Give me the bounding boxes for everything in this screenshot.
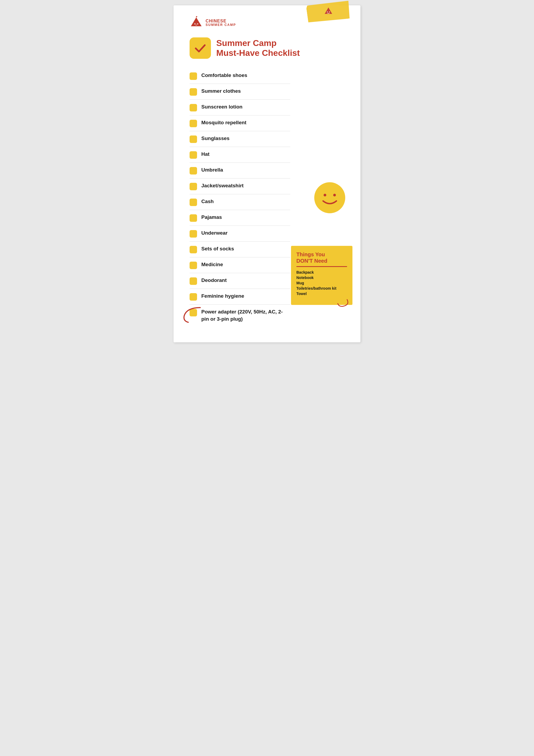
svg-marker-9 [196, 16, 198, 17]
checkbox[interactable] [190, 293, 197, 301]
checkbox[interactable] [190, 183, 197, 190]
svg-point-10 [314, 182, 345, 213]
item-label: Deodorant [201, 277, 227, 284]
item-label: Summer clothes [201, 88, 241, 95]
list-item[interactable]: Sunglasses [190, 131, 290, 147]
checklist: Comfortable shoes Summer clothes Sunscre… [190, 68, 290, 326]
checkmark-box [190, 38, 211, 59]
header-section: Summer Camp Must-Have Checklist [190, 38, 344, 59]
list-item[interactable]: Mosquito repellent [190, 116, 290, 131]
checkbox[interactable] [190, 120, 197, 127]
dont-need-box: Things You DON'T Need BackpackNotebookMu… [291, 246, 352, 305]
checkbox[interactable] [190, 214, 197, 222]
checkbox[interactable] [190, 151, 197, 159]
item-label: Pajamas [201, 214, 222, 221]
list-item[interactable]: Feminine hygiene [190, 289, 290, 305]
dont-need-item: Notebook [296, 276, 347, 280]
item-label: Comfortable shoes [201, 72, 247, 79]
svg-point-7 [197, 23, 198, 24]
list-item[interactable]: Cash [190, 194, 290, 210]
list-item[interactable]: Summer clothes [190, 84, 290, 100]
item-label: Medicine [201, 261, 223, 268]
checkbox[interactable] [190, 104, 197, 111]
dont-need-divider [296, 266, 347, 267]
dont-need-item: Mug [296, 281, 347, 285]
curl-icon [336, 298, 350, 308]
item-label: Mosquito repellent [201, 119, 246, 126]
checkbox[interactable] [190, 167, 197, 175]
checkbox[interactable] [190, 199, 197, 206]
curl-bottom-left-icon [182, 305, 206, 326]
item-label: Jacket/sweatshirt [201, 182, 243, 189]
item-label: Umbrella [201, 167, 223, 174]
item-label: Cash [201, 198, 214, 205]
list-item[interactable]: Sets of socks [190, 242, 290, 257]
item-label: Power adapter (220V, 50Hz, AC, 2-pin or … [201, 309, 290, 323]
list-item[interactable]: Underwear [190, 226, 290, 242]
list-item[interactable]: Hat [190, 147, 290, 163]
dont-need-title: Things You DON'T Need [296, 251, 347, 264]
checkbox[interactable] [190, 277, 197, 285]
list-item[interactable]: Jacket/sweatshirt [190, 178, 290, 194]
logo-chinese: CHINESE [206, 19, 236, 23]
checkmark-icon [193, 41, 207, 55]
page: CHINESE SUMMER CAMP Summer Camp Must-Hav… [173, 5, 361, 342]
logo-icon [190, 16, 203, 29]
checkbox[interactable] [190, 246, 197, 253]
logo-camp: SUMMER CAMP [206, 23, 236, 27]
checkbox[interactable] [190, 230, 197, 238]
checkbox[interactable] [190, 135, 197, 143]
dont-need-item: Backpack [296, 270, 347, 275]
item-label: Sunglasses [201, 135, 230, 142]
list-item[interactable]: Medicine [190, 257, 290, 273]
page-title: Summer Camp Must-Have Checklist [216, 38, 300, 58]
dont-need-item: Towel [296, 291, 347, 296]
svg-point-6 [195, 23, 195, 24]
checkbox[interactable] [190, 262, 197, 269]
item-label: Underwear [201, 230, 227, 237]
item-label: Sets of socks [201, 245, 234, 253]
list-item[interactable]: Umbrella [190, 163, 290, 178]
dont-need-item: Toiletries/bathroom kit [296, 286, 347, 290]
logo-text: CHINESE SUMMER CAMP [206, 19, 236, 27]
item-label: Hat [201, 151, 210, 158]
list-item[interactable]: Pajamas [190, 210, 290, 226]
item-label: Feminine hygiene [201, 293, 244, 300]
checkbox[interactable] [190, 72, 197, 80]
tent-icon [324, 6, 333, 18]
svg-point-12 [333, 194, 336, 197]
dont-need-list: BackpackNotebookMugToiletries/bathroom k… [296, 270, 347, 296]
title-text: Summer Camp Must-Have Checklist [216, 38, 300, 58]
svg-point-11 [324, 194, 326, 197]
item-label: Sunscreen lotion [201, 103, 242, 111]
list-item[interactable]: Comfortable shoes [190, 68, 290, 84]
list-item[interactable]: Deodorant [190, 273, 290, 289]
smiley-icon [314, 182, 346, 214]
svg-marker-0 [325, 8, 332, 14]
checkbox[interactable] [190, 88, 197, 96]
list-item[interactable]: Sunscreen lotion [190, 100, 290, 116]
